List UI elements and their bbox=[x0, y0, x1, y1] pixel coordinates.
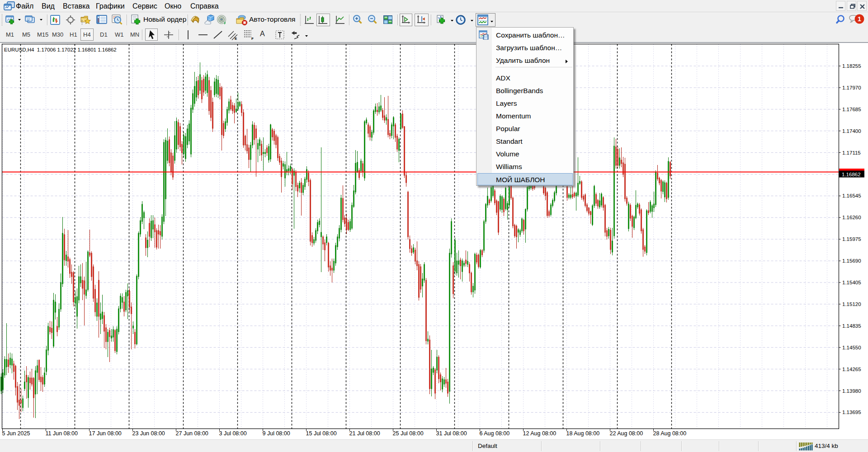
svg-text:E: E bbox=[235, 37, 237, 40]
svg-text:1.17970: 1.17970 bbox=[842, 85, 861, 90]
svg-text:31 Jul 08:00: 31 Jul 08:00 bbox=[436, 430, 467, 437]
svg-text:EURUSD,H4 1.17006 1.17022 1.1: EURUSD,H4 1.17006 1.17022 1.16801 1.1686… bbox=[4, 47, 117, 52]
svg-text:12 Aug 08:00: 12 Aug 08:00 bbox=[523, 430, 557, 437]
svg-text:5 Jun 2025: 5 Jun 2025 bbox=[2, 430, 30, 437]
svg-text:1.17400: 1.17400 bbox=[842, 128, 861, 134]
svg-text:1.18255: 1.18255 bbox=[842, 63, 861, 69]
svg-text:15 Jul 08:00: 15 Jul 08:00 bbox=[306, 430, 337, 437]
svg-text:1.13695: 1.13695 bbox=[842, 410, 861, 415]
svg-text:1.14550: 1.14550 bbox=[842, 345, 861, 350]
svg-text:1.15405: 1.15405 bbox=[842, 280, 861, 285]
svg-text:3 Jul 08:00: 3 Jul 08:00 bbox=[219, 430, 247, 437]
svg-text:11 Jun 08:00: 11 Jun 08:00 bbox=[46, 430, 78, 437]
svg-text:21 Jul 08:00: 21 Jul 08:00 bbox=[349, 430, 380, 437]
svg-text:18 Aug 08:00: 18 Aug 08:00 bbox=[566, 430, 600, 437]
svg-text:1: 1 bbox=[858, 15, 861, 23]
svg-text:1.14265: 1.14265 bbox=[842, 367, 861, 372]
svg-text:1.14835: 1.14835 bbox=[842, 323, 861, 329]
svg-text:1.17115: 1.17115 bbox=[842, 150, 861, 155]
svg-text:F: F bbox=[251, 37, 254, 40]
svg-text:6 Aug 08:00: 6 Aug 08:00 bbox=[480, 430, 510, 437]
svg-text:25 Jul 08:00: 25 Jul 08:00 bbox=[393, 430, 424, 437]
svg-text:1.16260: 1.16260 bbox=[842, 215, 861, 220]
svg-text:1.16862: 1.16862 bbox=[842, 172, 861, 177]
svg-text:27 Jun 08:00: 27 Jun 08:00 bbox=[176, 430, 208, 437]
svg-text:1.13980: 1.13980 bbox=[842, 388, 861, 394]
svg-text:1.17685: 1.17685 bbox=[842, 107, 861, 112]
svg-text:1.15690: 1.15690 bbox=[842, 258, 861, 264]
svg-text:1.16545: 1.16545 bbox=[842, 193, 861, 198]
svg-text:1.15120: 1.15120 bbox=[842, 301, 861, 307]
svg-text:17 Jun 08:00: 17 Jun 08:00 bbox=[89, 430, 122, 437]
svg-text:22 Aug 08:00: 22 Aug 08:00 bbox=[610, 430, 643, 437]
svg-text:1.15975: 1.15975 bbox=[842, 236, 861, 242]
svg-text:28 Aug 08:00: 28 Aug 08:00 bbox=[653, 430, 687, 437]
svg-text:23 Jun 08:00: 23 Jun 08:00 bbox=[132, 430, 165, 437]
svg-text:9 Jul 08:00: 9 Jul 08:00 bbox=[263, 430, 290, 437]
